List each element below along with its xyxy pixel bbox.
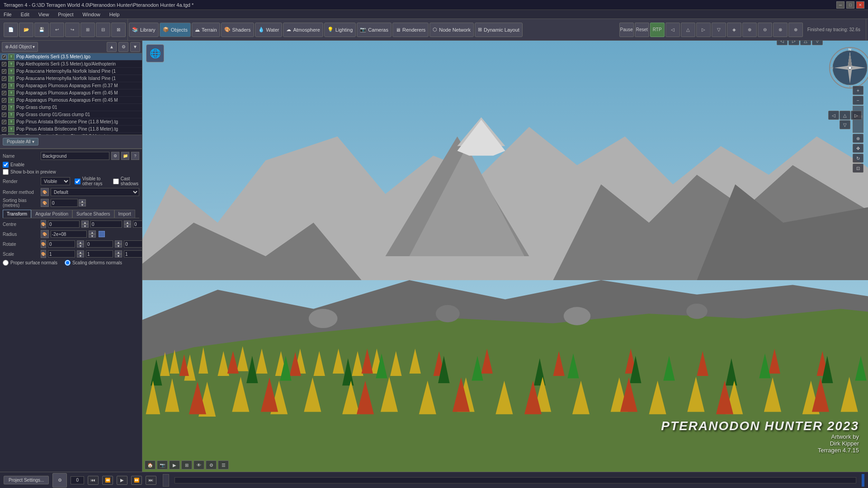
centre-y-down[interactable]: ▼ [124,224,131,228]
radius-up[interactable]: ▲ [89,230,96,234]
object-list-item[interactable]: ✓ T Pop Alethopteris Serli (3.5 Meter).t… [0,53,142,61]
tab-transform[interactable]: Transform [3,210,31,218]
list-scroll-down[interactable]: ▼ [130,42,140,52]
item-checkbox[interactable]: ✓ [2,98,6,103]
name-input[interactable] [41,152,109,160]
water-button[interactable]: 💧 Water [255,23,283,37]
item-checkbox[interactable]: ✓ [2,127,6,131]
play-last-btn[interactable]: ⏭ [146,476,156,485]
populate-all-button[interactable]: Populate All ▾ [3,138,38,145]
name-folder-btn[interactable]: 📁 [121,152,129,160]
tab-angular-position[interactable]: Angular Position [31,210,72,218]
menu-file[interactable]: File [2,12,14,17]
play-btn[interactable]: ▶ [117,476,127,485]
play-first-btn[interactable]: ⏮ [88,476,99,485]
open-file-button[interactable]: 📂 [19,23,33,37]
shaders-button[interactable]: 🎨 Shaders [221,23,254,37]
cast-shadows-checkbox[interactable] [113,178,119,184]
reset-button[interactable]: Reset [635,23,649,37]
radius-down[interactable]: ▼ [89,234,96,238]
object-list-item[interactable]: ✓ T Pop Araucana Heterophylla Norfolk Is… [0,75,142,82]
object-list-item[interactable]: ✓ T Pop Pinus Aristata Bristlecone Pine … [0,118,142,126]
render-nav-btn9[interactable]: ⊕ [788,23,803,37]
extra-btn1[interactable]: ⊞ [80,23,95,37]
vp-btn-settings[interactable]: ⚙ [206,460,217,469]
pan-btn[interactable]: ✥ [853,144,863,153]
render-method-select[interactable]: Default Smooth Flat [51,188,139,196]
rotate-x-down[interactable]: ▼ [77,244,84,248]
play-next-btn[interactable]: ⏩ [131,476,142,485]
vp-btn-extra[interactable]: ☰ [218,460,229,469]
item-checkbox[interactable]: ✓ [2,113,6,117]
vp-btn-render[interactable]: ▶ [169,460,180,469]
item-checkbox[interactable]: ✓ [2,76,6,81]
object-list-item[interactable]: ✓ T Pop Pinus Aristata Bristlecone Pine … [0,126,142,133]
name-settings-btn[interactable]: ⚙ [111,152,119,160]
centre-x-up[interactable]: ▲ [81,221,89,224]
rotate-y-up[interactable]: ▲ [115,240,122,244]
fit-btn[interactable]: ⊡ [853,164,863,173]
menu-view[interactable]: View [37,12,51,17]
item-checkbox[interactable]: ✓ [2,55,6,59]
sorting-bias-up[interactable]: ▲ [79,199,86,203]
vp-btn-grid[interactable]: ⊞ [181,460,192,469]
compass-ctrl-btn3[interactable]: △ [800,41,811,45]
nav-right-btn[interactable]: ▷ [851,111,862,120]
sorting-bias-down[interactable]: ▼ [79,203,86,206]
renderers-button[interactable]: 🖥 Renderers [392,23,429,37]
frame-input[interactable] [71,476,84,484]
rotate-y-input[interactable] [86,240,113,248]
atmosphere-button[interactable]: ☁ Atmosphere [283,23,323,37]
zoom-in-btn[interactable]: + [853,86,863,95]
enable-checkbox[interactable] [3,162,9,168]
object-list-item[interactable]: ✓ T Pop Grass clump 01 [0,104,142,111]
scale-y-input[interactable] [86,250,113,258]
library-button[interactable]: 📚 Library [129,23,159,37]
scale-x-input[interactable] [48,250,75,258]
scale-z-input[interactable] [124,250,142,258]
scale-icon-btn[interactable]: 🎨 [41,250,46,258]
sorting-bias-input[interactable] [51,199,78,207]
menu-project[interactable]: Project [56,12,75,17]
centre-icon-btn[interactable]: 🎨 [41,220,46,228]
object-list[interactable]: ✓ T Pop Alethopteris Serli (3.5 Meter).t… [0,53,142,135]
scale-y-down[interactable]: ▼ [115,254,122,258]
menu-help[interactable]: Help [108,12,122,17]
render-method-icon-btn[interactable]: 🎨 [41,188,49,196]
nav-left-btn[interactable]: ◁ [828,111,839,120]
rotate-icon-btn[interactable]: 🎨 [41,240,46,248]
compass-ctrl-btn1[interactable]: ◁ [777,41,788,45]
redo-button[interactable]: ↪ [65,23,80,37]
objects-button[interactable]: 📦 Objects [160,23,191,37]
project-settings-button[interactable]: Project Settings... [4,476,49,484]
vp-btn-camera[interactable]: 📷 [157,460,168,469]
render-nav-btn7[interactable]: ⊖ [758,23,772,37]
item-checkbox[interactable]: ✓ [2,84,6,88]
tab-surface-shaders[interactable]: Surface Shaders [72,210,114,218]
globe-btn[interactable]: 🌐 [146,44,164,62]
new-file-button[interactable]: 📄 [4,23,18,37]
vp-btn-display[interactable]: 👁 [193,460,204,469]
item-checkbox[interactable]: ✓ [2,62,6,66]
item-checkbox[interactable]: ✓ [2,120,6,124]
menu-edit[interactable]: Edit [19,12,31,17]
centre-x-input[interactable] [48,221,80,228]
terrain-button[interactable]: ⛰ Terrain [192,23,220,37]
timeline-track[interactable] [175,477,856,483]
scale-x-up[interactable]: ▲ [77,250,84,254]
compass-ctrl-btn2[interactable]: ▷ [788,41,799,45]
centre-x-down[interactable]: ▼ [81,224,89,228]
rtp-button[interactable]: RTP [650,23,665,37]
menu-window[interactable]: Window [81,12,102,17]
object-list-item[interactable]: ✓ T Pop Asparagus Plumosus Asparagus Fer… [0,97,142,104]
render-nav-btn6[interactable]: ⊕ [742,23,757,37]
dynamic-layout-button[interactable]: ⊞ Dynamic Layout [475,23,523,37]
scaling-normals-radio[interactable] [65,260,71,266]
rotate-y-down[interactable]: ▼ [115,244,122,248]
viewport[interactable]: PTERANODON HUNTER 2023 Artwork by Dirk K… [142,41,868,472]
tab-import[interactable]: Import [114,210,135,218]
close-button[interactable]: ✕ [856,1,864,9]
zoom-reset-btn[interactable]: ⊕ [853,134,863,143]
rotate-x-input[interactable] [48,240,75,248]
rotate-z-input[interactable] [124,240,142,248]
